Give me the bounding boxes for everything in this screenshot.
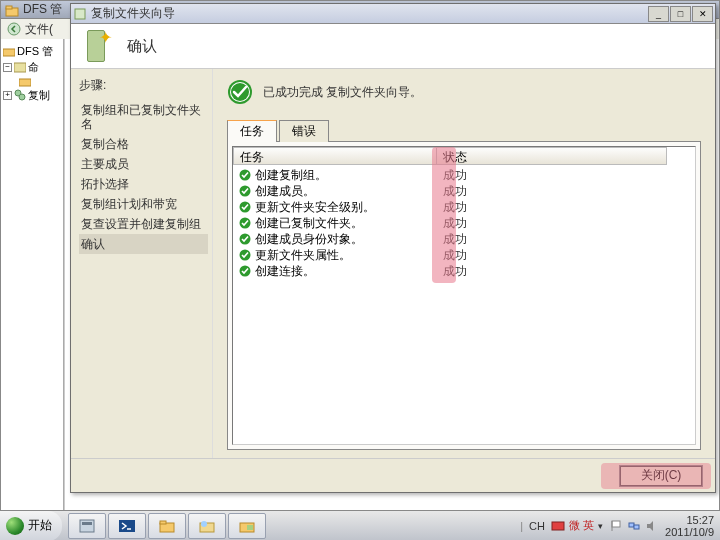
svg-rect-20 [82,522,92,525]
svg-rect-5 [19,79,31,86]
menu-file[interactable]: 文件( [25,21,53,38]
tray-date: 2011/10/9 [665,526,714,538]
content-pane: 已成功完成 复制文件夹向导。 任务 错误 任务 状态 创建复制组。成功创建成员。… [213,69,715,458]
wizard-header: ✦ 确认 [71,24,715,69]
start-orb-icon [6,517,24,535]
wizard-title-icon [73,7,87,21]
wizard-body: 步骤: 复制组和已复制文件夹名复制合格主要成员拓扑选择复制组计划和带宽复查设置并… [71,69,715,458]
tree-node-label: 复制 [28,87,50,103]
ime-dropdown-icon[interactable]: ▾ [598,521,603,531]
tray-separator: | [520,520,523,532]
status-cell: 成功 [437,231,667,248]
tree-node[interactable] [3,75,61,87]
svg-rect-23 [160,521,166,524]
task-row[interactable]: 创建复制组。成功 [233,167,695,183]
tree-node-label: 命 [28,59,39,75]
tab-errors[interactable]: 错误 [279,120,329,142]
task-listview[interactable]: 任务 状态 创建复制组。成功创建成员。成功更新文件夹安全级别。成功创建已复制文件… [232,146,696,445]
svg-point-2 [8,23,20,35]
svg-rect-19 [80,520,94,532]
steps-pane: 步骤: 复制组和已复制文件夹名复制合格主要成员拓扑选择复制组计划和带宽复查设置并… [71,69,213,458]
tray-clock[interactable]: 15:27 2011/10/9 [665,514,714,538]
check-icon [239,169,251,181]
minimize-button[interactable]: _ [648,6,669,22]
flag-icon[interactable] [609,519,623,533]
dfs-icon [5,3,19,17]
volume-icon[interactable] [645,519,659,533]
task-row[interactable]: 创建连接。成功 [233,263,695,279]
expand-icon[interactable]: + [3,91,12,100]
tree-node[interactable]: + 复制 [3,87,61,103]
task-row[interactable]: 创建已复制文件夹。成功 [233,215,695,231]
column-task[interactable]: 任务 [233,147,437,165]
wizard-header-title: 确认 [127,37,157,56]
column-status[interactable]: 状态 [437,147,667,165]
tab-tasks[interactable]: 任务 [227,120,277,142]
wizard-step[interactable]: 复查设置并创建复制组 [79,214,208,234]
task-cell: 创建复制组。 [233,167,437,184]
task-row[interactable]: 更新文件夹属性。成功 [233,247,695,263]
task-cell: 创建成员。 [233,183,437,200]
tree-node[interactable]: − 命 [3,59,61,75]
tree-root-label: DFS 管 [17,43,53,59]
check-icon [239,233,251,245]
status-cell: 成功 [437,215,667,232]
start-button[interactable]: 开始 [0,511,62,541]
parent-title: DFS 管 [23,1,62,18]
tree-root[interactable]: DFS 管 [3,43,61,59]
wizard-footer: 关闭(C) [71,458,715,492]
check-icon [239,217,251,229]
svg-rect-31 [629,523,634,527]
svg-rect-8 [75,9,85,19]
wizard-step[interactable]: 确认 [79,234,208,254]
check-icon [239,185,251,197]
wizard-titlebar[interactable]: 复制文件夹向导 _ □ ✕ [71,4,715,24]
wizard-header-icon: ✦ [81,28,117,64]
taskbar: 开始 | CH 微 英 ▾ 15:27 2011/10/9 [0,510,720,540]
tray-icon[interactable] [551,519,565,533]
svg-rect-32 [634,525,639,529]
wizard-step[interactable]: 复制合格 [79,134,208,154]
tabpage-tasks: 任务 状态 创建复制组。成功创建成员。成功更新文件夹安全级别。成功创建已复制文件… [227,141,701,450]
svg-rect-29 [612,521,620,527]
taskbar-app[interactable] [228,513,266,539]
listview-header: 任务 状态 [233,147,695,165]
taskbar-app[interactable] [188,513,226,539]
task-row[interactable]: 更新文件夹安全级别。成功 [233,199,695,215]
system-tray: | CH 微 英 ▾ 15:27 2011/10/9 [514,514,720,538]
tree-pane[interactable]: DFS 管 − 命 + 复制 [1,39,64,539]
wizard-step[interactable]: 拓扑选择 [79,174,208,194]
task-cell: 更新文件夹属性。 [233,247,437,264]
wizard-dialog: 复制文件夹向导 _ □ ✕ ✦ 确认 步骤: 复制组和已复制文件夹名复制合格主要… [70,3,716,493]
task-cell: 创建成员身份对象。 [233,231,437,248]
wizard-step[interactable]: 复制组计划和带宽 [79,194,208,214]
task-row[interactable]: 创建成员。成功 [233,183,695,199]
dfs-tree-icon [3,45,15,57]
taskbar-pinned [68,513,266,539]
tabstrip: 任务 错误 [227,119,701,141]
maximize-button[interactable]: □ [670,6,691,22]
back-icon[interactable] [7,22,21,36]
taskbar-server-manager[interactable] [68,513,106,539]
close-button[interactable]: 关闭(C) [619,465,703,487]
status-cell: 成功 [437,247,667,264]
check-icon [239,249,251,261]
wizard-step[interactable]: 主要成员 [79,154,208,174]
taskbar-explorer[interactable] [148,513,186,539]
tray-time: 15:27 [665,514,714,526]
folder-icon [19,75,31,87]
network-icon[interactable] [627,519,641,533]
status-cell: 成功 [437,199,667,216]
check-icon [239,201,251,213]
language-indicator[interactable]: CH [529,520,545,532]
task-row[interactable]: 创建成员身份对象。成功 [233,231,695,247]
ime-indicator[interactable]: 微 英 [569,518,594,533]
success-message: 已成功完成 复制文件夹向导。 [263,84,422,101]
close-window-button[interactable]: ✕ [692,6,713,22]
task-cell: 创建已复制文件夹。 [233,215,437,232]
wizard-step[interactable]: 复制组和已复制文件夹名 [79,100,208,134]
taskbar-powershell[interactable] [108,513,146,539]
svg-point-25 [201,521,207,527]
success-icon [227,79,253,105]
collapse-icon[interactable]: − [3,63,12,72]
